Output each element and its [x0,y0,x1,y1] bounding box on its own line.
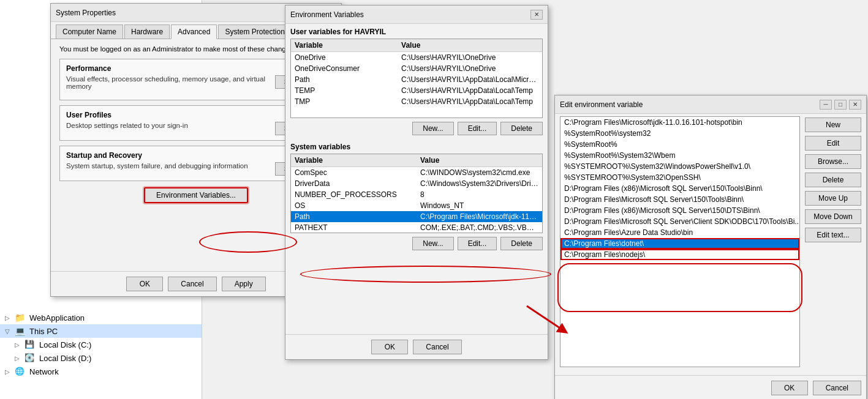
user-var-row[interactable]: OneDriveConsumerC:\Users\HAVRYIL\OneDriv… [291,63,542,74]
user-edit-button[interactable]: Edit... [458,122,497,135]
chevron-icon: ▽ [5,328,15,335]
edit-button[interactable]: Edit [805,136,861,151]
environment-variables-button[interactable]: Environment Variables... [144,187,248,203]
env-path-entry[interactable]: D:\Program Files (x86)\Microsoft SQL Ser… [560,183,799,194]
tree-item-network[interactable]: ▷ 🌐 Network [0,365,202,378]
cancel-button[interactable]: Cancel [168,277,216,291]
system-new-button[interactable]: New... [412,237,453,250]
edit-env-titlebar: Edit environment variable ─ □ ✕ [555,95,866,114]
new-button[interactable]: New [805,117,861,132]
ok-button[interactable]: OK [371,340,408,354]
delete-button[interactable]: Delete [805,173,861,187]
minimize-button[interactable]: ─ [820,100,832,110]
tree-label: WebApplication [29,313,85,323]
var-name: Path [291,211,417,222]
tree-item-thispc[interactable]: ▽ 💻 This PC [0,324,202,338]
system-var-row[interactable]: PATHEXTCOM;.EXE;.BAT;.CMD;.VBS;.VBE;JS;J… [291,222,542,233]
var-name: ComSpec [291,167,417,179]
move-up-button[interactable]: Move Up [805,191,861,206]
env-path-entry[interactable]: D:\Program Files\Microsoft SQL Server\Cl… [560,216,799,227]
system-var-row[interactable]: DriverDataC:\Windows\System32\Drivers\Dr… [291,178,542,189]
env-vars-footer: OK Cancel [285,334,548,359]
user-var-row[interactable]: PathC:\Users\HAVRYIL\AppData\Local\Micro… [291,74,542,85]
col-value: Value [398,39,542,52]
drive-icon: 💽 [25,353,37,363]
var-name: OneDrive [291,52,398,64]
var-name: OneDriveConsumer [291,63,398,74]
tree-label: Network [29,367,59,376]
var-value: 8 [417,189,542,200]
var-name: OS [291,200,417,211]
env-path-entry[interactable]: D:\Program Files (x86)\Microsoft SQL Ser… [560,205,799,216]
env-vars-controls: ✕ [530,10,543,20]
sys-props-title: System Properties [56,9,116,17]
var-name: DriverData [291,178,417,189]
network-icon: 🌐 [15,367,27,376]
env-path-entry[interactable]: %SystemRoot%\system32 [560,128,799,139]
user-vars-table-container: Variable Value OneDriveC:\Users\HAVRYIL\… [290,39,543,118]
drive-icon: 💾 [25,340,37,349]
browse-button[interactable]: Browse... [805,154,861,169]
edit-env-action-buttons: New Edit Browse... Delete Move Up Move D… [800,116,861,367]
env-path-entry[interactable]: C:\Program Files\Azure Data Studio\bin [560,227,799,238]
system-edit-button[interactable]: Edit... [458,237,497,250]
tree-item-local-c[interactable]: ▷ 💾 Local Disk (C:) [0,338,202,351]
var-name: PATHEXT [291,222,417,233]
move-down-button[interactable]: Move Down [805,209,861,224]
var-value: C:\Users\HAVRYIL\OneDrive [398,63,542,74]
env-path-entry[interactable]: C:\Program Files\dotnet\ [560,238,799,249]
var-value: C:\Users\HAVRYIL\AppData\Local\Microsoft… [398,74,542,85]
chevron-icon: ▷ [15,355,25,362]
user-var-row[interactable]: TMPC:\Users\HAVRYIL\AppData\Local\Temp [291,96,542,107]
system-var-row[interactable]: PathC:\Program Files\Microsoft\jdk-11.0.… [291,211,542,222]
cancel-button[interactable]: Cancel [813,381,861,395]
pc-icon: 💻 [15,326,27,336]
chevron-icon: ▷ [15,341,25,348]
user-var-row[interactable]: OneDriveC:\Users\HAVRYIL\OneDrive [291,52,542,64]
tab-hardware[interactable]: Hardware [124,24,170,39]
edit-env-list: C:\Program Files\Microsoft\jdk-11.0.16.1… [560,117,799,260]
system-var-row[interactable]: NUMBER_OF_PROCESSORS8 [291,189,542,200]
system-delete-button[interactable]: Delete [500,237,543,250]
env-path-entry[interactable]: C:\Program Files\nodejs\ [560,249,799,260]
user-new-button[interactable]: New... [412,122,453,135]
system-var-row[interactable]: OSWindows_NT [291,200,542,211]
tree-item-local-d[interactable]: ▷ 💽 Local Disk (D:) [0,351,202,365]
var-value: C:\Users\HAVRYIL\OneDrive [398,52,542,64]
tree-item-webapplication[interactable]: ▷ 📁 WebApplication [0,311,202,324]
edit-text-button[interactable]: Edit text... [805,228,861,242]
var-value: COM;.EXE;.BAT;.CMD;.VBS;.VBE;JS;JSE;.WS.… [417,222,542,233]
cancel-button[interactable]: Cancel [413,340,461,354]
tab-computer-name[interactable]: Computer Name [56,24,123,39]
tab-advanced[interactable]: Advanced [171,24,217,39]
env-path-entry[interactable]: C:\Program Files\Microsoft\jdk-11.0.16.1… [560,117,799,128]
ok-button[interactable]: OK [126,277,163,291]
ok-button[interactable]: OK [771,381,808,395]
tab-system-protection[interactable]: System Protection [218,24,291,39]
env-path-entry[interactable]: %SystemRoot%\System32\Wbem [560,150,799,161]
user-vars-title: User variables for HAVRYIL [285,24,548,39]
edit-env-footer: OK Cancel [555,375,866,399]
user-vars-buttons: New... Edit... Delete [285,118,548,139]
close-button[interactable]: ✕ [530,10,543,20]
env-path-entry[interactable]: %SystemRoot% [560,139,799,150]
env-path-entry[interactable]: D:\Program Files\Microsoft SQL Server\15… [560,194,799,205]
col-variable: Variable [291,154,417,167]
user-delete-button[interactable]: Delete [500,122,543,135]
env-path-entry[interactable]: %SYSTEMROOT%\System32\OpenSSH\ [560,172,799,183]
chevron-icon: ▷ [5,315,15,321]
folder-icon: 📁 [15,313,27,323]
system-var-row[interactable]: ComSpecC:\WINDOWS\system32\cmd.exe [291,167,542,179]
user-var-row[interactable]: TEMPC:\Users\HAVRYIL\AppData\Local\Temp [291,85,542,96]
edit-env-title: Edit environment variable [560,100,643,109]
close-button[interactable]: ✕ [849,100,861,110]
var-value: C:\WINDOWS\system32\cmd.exe [417,167,542,179]
var-value: C:\Users\HAVRYIL\AppData\Local\Temp [398,96,542,107]
maximize-button[interactable]: □ [834,100,847,110]
env-path-entry[interactable]: %SYSTEMROOT%\System32\WindowsPowerShell\… [560,161,799,172]
system-vars-table-container: Variable Value ComSpecC:\WINDOWS\system3… [290,154,543,233]
edit-env-variable-window: Edit environment variable ─ □ ✕ C:\Progr… [554,95,867,399]
var-value: C:\Windows\System32\Drivers\DriverData [417,178,542,189]
apply-button[interactable]: Apply [222,277,266,291]
file-tree: ▷ 📁 WebApplication ▽ 💻 This PC ▷ 💾 Local… [0,306,202,383]
